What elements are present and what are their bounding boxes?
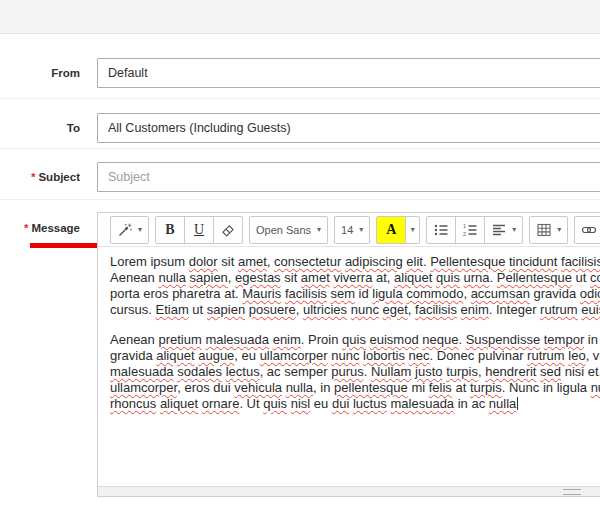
svg-text:1: 1 — [463, 223, 466, 229]
email-template-form: From To *Subject *Message ▾ — [0, 0, 600, 517]
chevron-down-icon: ▾ — [512, 226, 516, 234]
chevron-down-icon: ▾ — [557, 226, 561, 234]
chevron-down-icon: ▾ — [138, 226, 142, 234]
from-label-text: From — [51, 67, 80, 79]
subject-field-label: *Subject — [0, 171, 80, 183]
paragraph-align-dropdown[interactable]: ▾ — [484, 216, 523, 244]
paragraph-button-group: 1 2 ▾ — [426, 216, 523, 244]
insert-button-group — [574, 216, 600, 244]
eraser-icon — [220, 222, 236, 238]
row-separator — [0, 199, 600, 200]
row-separator — [0, 148, 600, 149]
text-color-dropdown[interactable]: ▾ — [405, 216, 420, 244]
font-family-value: Open Sans — [256, 224, 311, 236]
svg-text:2: 2 — [463, 231, 466, 237]
font-size-dropdown[interactable]: 14 ▾ — [334, 216, 370, 244]
required-asterisk: * — [31, 171, 35, 183]
editor-toolbar: ▾ B U Open Sans ▾ — [98, 213, 600, 247]
editor-statusbar — [98, 486, 600, 496]
from-input[interactable] — [97, 58, 600, 88]
row-separator — [0, 98, 600, 99]
page-header-strip — [0, 0, 600, 34]
magic-wand-icon — [117, 222, 133, 238]
underline-label: U — [194, 222, 204, 238]
table-grid-icon — [536, 222, 552, 238]
to-label-text: To — [67, 122, 80, 134]
required-asterisk: * — [24, 222, 28, 234]
unordered-list-button[interactable] — [426, 216, 456, 244]
to-field-label: To — [0, 122, 80, 134]
insert-link-button[interactable] — [574, 216, 600, 244]
resize-grip[interactable] — [563, 489, 581, 495]
to-input[interactable] — [97, 113, 600, 143]
bold-button[interactable]: B — [155, 216, 185, 244]
subject-input[interactable] — [97, 162, 600, 192]
bold-label: B — [165, 222, 174, 238]
ordered-list-button[interactable]: 1 2 — [455, 216, 485, 244]
message-label-underline — [30, 243, 103, 248]
text-cursor — [517, 397, 518, 410]
font-style-button-group: B U — [155, 216, 243, 244]
chevron-down-icon: ▾ — [317, 226, 321, 234]
underline-button[interactable]: U — [184, 216, 214, 244]
table-dropdown-button[interactable]: ▾ — [529, 216, 568, 244]
chevron-down-icon: ▾ — [411, 226, 415, 234]
paragraph-align-icon — [491, 222, 507, 238]
from-field-label: From — [0, 67, 80, 79]
editor-paragraph: Aenean pretium malesuada enim. Proin qui… — [110, 332, 600, 412]
unordered-list-icon — [433, 222, 449, 238]
ordered-list-icon: 1 2 — [462, 222, 478, 238]
message-editor: ▾ B U Open Sans ▾ — [97, 212, 600, 497]
editor-paragraph: Lorem ipsum dolor sit amet, consectetur … — [110, 254, 600, 318]
text-color-button[interactable]: A — [376, 216, 406, 244]
chain-link-icon — [581, 222, 597, 238]
message-field-label: *Message — [0, 222, 80, 234]
font-family-dropdown[interactable]: Open Sans ▾ — [249, 216, 328, 244]
text-color-button-group: A ▾ — [376, 216, 420, 244]
font-size-value: 14 — [341, 224, 353, 236]
clear-formatting-button[interactable] — [213, 216, 243, 244]
text-color-letter: A — [386, 222, 396, 238]
chevron-down-icon: ▾ — [359, 226, 363, 234]
editor-content[interactable]: Lorem ipsum dolor sit amet, consectetur … — [98, 247, 600, 486]
style-dropdown-button[interactable]: ▾ — [110, 216, 149, 244]
subject-label-text: Subject — [38, 171, 80, 183]
message-label-text: Message — [31, 222, 80, 234]
